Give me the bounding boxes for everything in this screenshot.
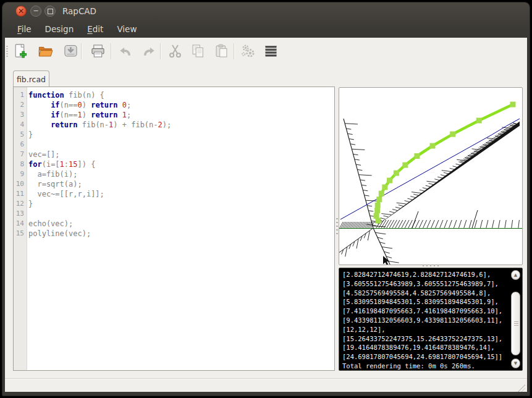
save-file-button[interactable]	[60, 40, 81, 61]
vertex-marker	[376, 197, 382, 202]
menu-view[interactable]: View	[110, 22, 143, 36]
maximize-icon	[48, 9, 53, 14]
scroll-up-button[interactable]: ▲	[511, 270, 520, 280]
maximize-button[interactable]	[44, 6, 56, 17]
code-editor[interactable]: 1function fib(n) {2 if(n==0) return 0;3 …	[13, 87, 335, 371]
menubar: FileDesignEditView	[2, 20, 530, 38]
vertex-marker	[476, 118, 482, 124]
vertex-marker	[402, 163, 408, 168]
menu-edit[interactable]: Edit	[80, 22, 110, 36]
code-line: 7vec=[];	[14, 150, 334, 159]
minimize-icon: −	[33, 7, 38, 14]
save-icon	[62, 43, 79, 59]
minimize-button[interactable]: −	[30, 6, 41, 17]
vertex-marker	[375, 203, 381, 208]
vertex-marker	[430, 143, 436, 149]
preferences-button	[237, 40, 258, 61]
console-line: [19.4164878389476,19.4164878389476,14],	[342, 343, 502, 352]
horizontal-splitter-handle[interactable]	[423, 265, 440, 266]
new-file-button[interactable]	[9, 40, 30, 61]
vertical-splitter-handle[interactable]	[336, 218, 338, 237]
code-line: 3 if(n==1) return 1;	[14, 110, 334, 120]
vertex-marker	[414, 153, 420, 159]
cut-button	[164, 40, 185, 61]
code-lines: 1function fib(n) {2 if(n==0) return 0;3 …	[14, 90, 334, 239]
vertex-marker	[510, 102, 516, 108]
close-icon: ✕	[18, 7, 24, 15]
scrollbar-grip-icon	[514, 321, 518, 326]
console-line: [24.69817807045694,24.69817807045694,15]…	[342, 352, 502, 362]
console-lines: [2.82842712474619,2.82842712474619,6],[3…	[342, 270, 502, 371]
copy-button	[187, 40, 208, 61]
scrollbar-thumb[interactable]	[511, 292, 520, 355]
console-line: Total rendering time: 0m 0s 260ms.	[342, 362, 502, 371]
console-line: [2.82842712474619,2.82842712474619,6],	[342, 270, 502, 279]
menu-design[interactable]: Design	[38, 22, 81, 36]
menu-file[interactable]: File	[11, 22, 38, 36]
code-line: 15polyline(vec);	[14, 229, 334, 239]
scissors-icon	[167, 43, 184, 59]
console-line: [3.605551275463989,3.605551275463989,7],	[342, 279, 502, 289]
undo-button	[114, 40, 135, 61]
polyline-vec	[376, 104, 513, 221]
code-line: 13	[14, 209, 334, 219]
redo-button	[138, 40, 159, 61]
toolbar-separator	[160, 43, 161, 59]
arrow-up-icon: ▲	[514, 273, 517, 277]
console-line: [12,12,12],	[342, 325, 502, 334]
console-line: [15.26433752247375,15.26433752247375,13]…	[342, 334, 502, 344]
toolbar-separator	[81, 43, 82, 59]
code-line: 1function fib(n) {	[14, 90, 334, 100]
code-line: 9 a=fib(i);	[14, 169, 334, 179]
vertex-marker	[374, 213, 379, 219]
arrow-down-icon: ▼	[514, 361, 517, 366]
console-line: [5.830951894845301,5.830951894845301,9],	[342, 297, 502, 307]
gears-icon	[240, 43, 256, 59]
tab-label: fib.rcad	[17, 75, 46, 84]
new-file-icon	[12, 43, 28, 59]
toolbar-drag-handle[interactable]	[6, 46, 8, 58]
code-line: 8for(i=[1:15]) {	[14, 159, 334, 169]
console-toggle-button[interactable]	[260, 40, 281, 61]
vertex-marker	[374, 208, 380, 213]
window-body: fib.rcad 1function fib(n) {2 if(n==0) re…	[5, 38, 527, 392]
resize-grip[interactable]	[518, 384, 525, 392]
console-lines-icon	[263, 43, 279, 59]
code-line: 12}	[14, 199, 334, 209]
toolbar-separator	[234, 43, 234, 59]
view-3d[interactable]	[339, 87, 523, 265]
console-scrollbar[interactable]: ▲ ▼	[511, 270, 520, 368]
code-line: 5}	[14, 130, 334, 140]
vertex-marker	[387, 178, 392, 184]
code-line: 10 r=sqrt(a);	[14, 179, 334, 189]
render-canvas	[339, 88, 522, 265]
vertex-marker	[394, 171, 399, 176]
console-line: [7.416198487095663,7.416198487095663,10]…	[342, 307, 502, 316]
code-line: 4 return fib(n-1) + fib(n-2);	[14, 120, 334, 130]
console-line: [9.433981132056603,9.433981132056603,11]…	[342, 316, 502, 325]
console-line: [4.58257569495584,4.58257569495584,8],	[342, 289, 502, 298]
scroll-down-button[interactable]: ▼	[511, 358, 520, 368]
window-title: RapCAD	[62, 6, 96, 16]
clipboard-icon	[213, 43, 230, 59]
open-file-button[interactable]	[35, 40, 56, 61]
console-output[interactable]: [2.82842712474619,2.82842712474619,6],[3…	[339, 268, 523, 371]
vertex-marker	[379, 191, 384, 197]
tab-fib-rcad[interactable]: fib.rcad	[13, 70, 49, 87]
toolbar	[5, 38, 527, 67]
open-folder-icon	[37, 43, 54, 59]
copy-pages-icon	[190, 43, 206, 59]
vertex-marker	[450, 132, 455, 137]
code-line: 2 if(n==0) return 0;	[14, 100, 334, 110]
close-button[interactable]: ✕	[15, 6, 27, 17]
print-button[interactable]	[87, 40, 108, 61]
redo-arrow-icon	[141, 43, 158, 59]
titlebar[interactable]: ✕ − RapCAD	[2, 2, 530, 20]
printer-icon	[90, 43, 106, 59]
code-line: 14echo(vec);	[14, 219, 334, 229]
paste-button	[211, 40, 232, 61]
desktop: { "window": { "title": "RapCAD" }, "titl…	[0, 0, 532, 398]
code-line: 6	[14, 140, 334, 150]
code-line: 11 vec~=[[r,r,i]];	[14, 189, 334, 199]
undo-arrow-icon	[117, 43, 133, 59]
